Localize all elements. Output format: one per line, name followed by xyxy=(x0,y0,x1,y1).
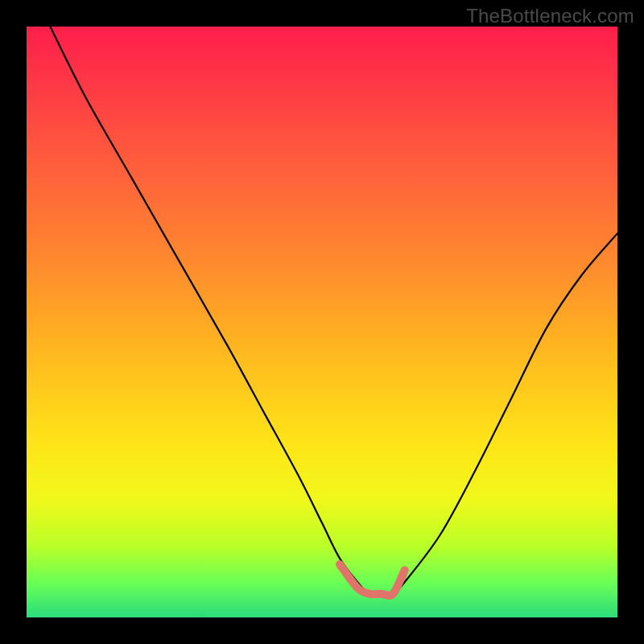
watermark-text: TheBottleneck.com xyxy=(466,5,634,27)
plot-area xyxy=(27,27,617,617)
bottleneck-curve xyxy=(50,27,617,595)
chart-frame: TheBottleneck.com xyxy=(0,0,644,644)
curve-layer xyxy=(27,27,617,617)
base-mark xyxy=(340,564,405,596)
